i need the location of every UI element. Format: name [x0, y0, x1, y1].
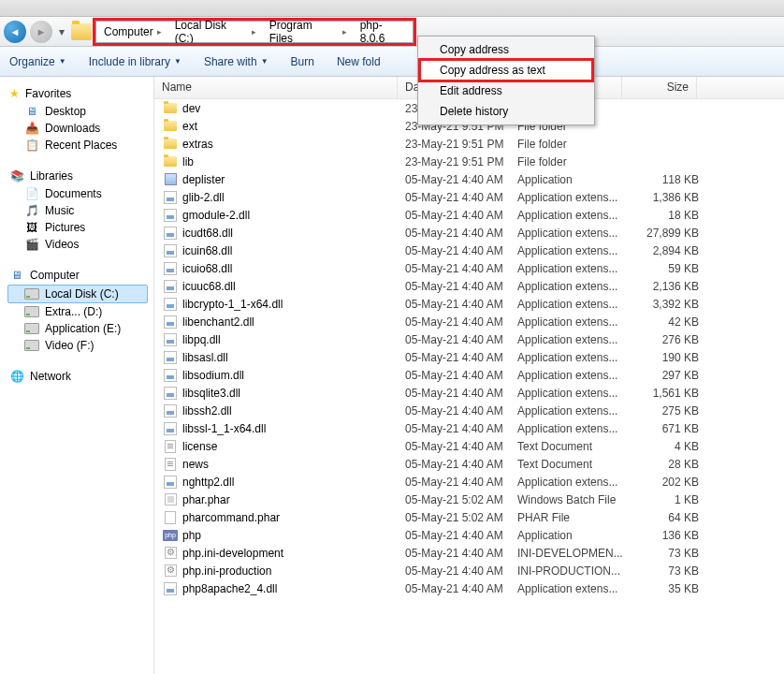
dll-icon: [162, 261, 179, 276]
file-type: Application extens...: [517, 351, 630, 364]
sidebar-item-drive-e[interactable]: Application (E:): [7, 320, 153, 337]
file-size: 1,561 KB: [630, 387, 704, 400]
file-name: glib-2.dll: [182, 191, 405, 204]
file-date: 05-May-21 5:02 AM: [405, 511, 517, 524]
file-name: pharcommand.phar: [182, 511, 405, 524]
back-button[interactable]: ◄: [4, 21, 26, 43]
breadcrumb-item[interactable]: Computer▸: [96, 22, 167, 42]
menu-copy-address-text[interactable]: Copy address as text: [421, 60, 591, 81]
window-titlebar: [0, 0, 784, 17]
file-row[interactable]: libcrypto-1_1-x64.dll05-May-21 4:40 AMAp…: [154, 295, 784, 313]
burn-button[interactable]: Burn: [291, 55, 314, 68]
file-size: 4 KB: [630, 440, 704, 453]
file-row[interactable]: phar.phar05-May-21 5:02 AMWindows Batch …: [154, 491, 784, 508]
share-button[interactable]: Share with ▼: [204, 55, 269, 68]
history-dropdown[interactable]: ▾: [56, 25, 67, 38]
file-row[interactable]: lib23-May-21 9:51 PMFile folder: [154, 153, 784, 170]
folder-icon: [162, 119, 179, 134]
organize-button[interactable]: Organize ▼: [9, 55, 66, 68]
file-row[interactable]: glib-2.dll05-May-21 4:40 AMApplication e…: [154, 188, 784, 206]
file-name: libenchant2.dll: [182, 315, 405, 329]
file-row[interactable]: extras23-May-21 9:51 PMFile folder: [154, 135, 784, 153]
sidebar-item-drive-f[interactable]: Video (F:): [7, 337, 153, 354]
navigation-pane: ★Favorites 🖥Desktop 📥Downloads 📋Recent P…: [0, 77, 154, 674]
file-date: 05-May-21 4:40 AM: [405, 191, 517, 204]
file-row[interactable]: libenchant2.dll05-May-21 4:40 AMApplicat…: [154, 313, 784, 330]
computer-group[interactable]: 🖥Computer: [7, 266, 153, 285]
col-name[interactable]: Name: [154, 77, 398, 98]
file-row[interactable]: icuin68.dll05-May-21 4:40 AMApplication …: [154, 242, 784, 259]
file-size: 64 KB: [630, 511, 704, 524]
file-row[interactable]: license05-May-21 4:40 AMText Document4 K…: [154, 437, 784, 455]
breadcrumb-item[interactable]: Local Disk (C:)▸: [167, 22, 262, 42]
file-size: 27,899 KB: [630, 227, 704, 240]
file-name: icudt68.dll: [182, 227, 405, 240]
file-date: 05-May-21 4:40 AM: [405, 262, 517, 275]
file-row[interactable]: libssh2.dll05-May-21 4:40 AMApplication …: [154, 402, 784, 419]
sidebar-item-videos[interactable]: 🎬Videos: [7, 236, 153, 253]
forward-button[interactable]: ►: [30, 21, 52, 43]
file-row[interactable]: icuio68.dll05-May-21 4:40 AMApplication …: [154, 259, 784, 277]
file-type: Application extens...: [517, 262, 630, 275]
file-row[interactable]: deplister05-May-21 4:40 AMApplication118…: [154, 170, 784, 188]
sidebar-item-drive-d[interactable]: Extra... (D:): [7, 303, 153, 320]
col-size[interactable]: Size: [622, 77, 697, 98]
file-size: 1,386 KB: [630, 191, 704, 204]
file-row[interactable]: icudt68.dll05-May-21 4:40 AMApplication …: [154, 224, 784, 242]
file-type: Application extens...: [517, 333, 630, 346]
new-folder-button[interactable]: New fold: [337, 55, 381, 68]
file-row[interactable]: pharcommand.phar05-May-21 5:02 AMPHAR Fi…: [154, 508, 784, 526]
file-row[interactable]: libsasl.dll05-May-21 4:40 AMApplication …: [154, 348, 784, 366]
file-size: 671 KB: [630, 422, 704, 435]
sidebar-item-music[interactable]: 🎵Music: [7, 202, 153, 219]
file-row[interactable]: libsodium.dll05-May-21 4:40 AMApplicatio…: [154, 366, 784, 384]
sidebar-item-recent[interactable]: 📋Recent Places: [7, 137, 153, 154]
file-row[interactable]: libpq.dll05-May-21 4:40 AMApplication ex…: [154, 330, 784, 348]
file-type: Application extens...: [517, 209, 630, 222]
file-name: libcrypto-1_1-x64.dll: [182, 298, 405, 311]
file-row[interactable]: php.ini-development05-May-21 4:40 AMINI-…: [154, 544, 784, 562]
command-toolbar: Organize ▼ Include in library ▼ Share wi…: [0, 47, 784, 77]
menu-copy-address[interactable]: Copy address: [421, 39, 591, 60]
file-row[interactable]: php.ini-production05-May-21 4:40 AMINI-P…: [154, 562, 784, 579]
file-size: 276 KB: [630, 333, 704, 346]
file-date: 05-May-21 4:40 AM: [405, 564, 517, 578]
file-row[interactable]: php8apache2_4.dll05-May-21 4:40 AMApplic…: [154, 579, 784, 597]
file-row[interactable]: libsqlite3.dll05-May-21 4:40 AMApplicati…: [154, 384, 784, 402]
breadcrumb-item[interactable]: Program Files▸: [262, 22, 353, 42]
include-library-button[interactable]: Include in library ▼: [89, 55, 181, 68]
dll-icon: [162, 297, 179, 312]
txt-icon: [162, 457, 179, 472]
address-bar[interactable]: Computer▸ Local Disk (C:)▸ Program Files…: [95, 21, 414, 43]
file-date: 23-May-21 9:51 PM: [405, 155, 517, 168]
bat-icon: [162, 492, 179, 507]
breadcrumb-item[interactable]: php-8.0.6: [353, 22, 413, 42]
dll-icon: [162, 368, 179, 383]
folder-icon: [71, 23, 92, 40]
sidebar-item-pictures[interactable]: 🖼Pictures: [7, 219, 153, 236]
file-name: gmodule-2.dll: [182, 209, 405, 222]
dll-icon: [162, 350, 179, 365]
menu-edit-address[interactable]: Edit address: [421, 81, 591, 101]
file-name: phar.phar: [182, 493, 405, 506]
file-row[interactable]: news05-May-21 4:40 AMText Document28 KB: [154, 455, 784, 473]
file-row[interactable]: phpphp05-May-21 4:40 AMApplication136 KB: [154, 526, 784, 544]
file-size: 2,894 KB: [630, 244, 704, 257]
sidebar-item-local-disk-c[interactable]: Local Disk (C:): [7, 285, 148, 303]
menu-delete-history[interactable]: Delete history: [421, 101, 591, 122]
app-icon: [162, 172, 179, 187]
libraries-group[interactable]: 📚Libraries: [7, 167, 153, 185]
sidebar-item-desktop[interactable]: 🖥Desktop: [7, 103, 153, 120]
file-name: nghttp2.dll: [182, 476, 405, 489]
favorites-group[interactable]: ★Favorites: [7, 84, 153, 103]
file-list[interactable]: Name Date modified Type Size dev23-May-2…: [154, 77, 784, 674]
file-row[interactable]: icuuc68.dll05-May-21 4:40 AMApplication …: [154, 277, 784, 295]
file-row[interactable]: libssl-1_1-x64.dll05-May-21 4:40 AMAppli…: [154, 419, 784, 437]
sidebar-item-documents[interactable]: 📄Documents: [7, 185, 153, 202]
file-row[interactable]: gmodule-2.dll05-May-21 4:40 AMApplicatio…: [154, 206, 784, 224]
file-row[interactable]: nghttp2.dll05-May-21 4:40 AMApplication …: [154, 473, 784, 491]
file-name: icuio68.dll: [182, 262, 405, 275]
network-group[interactable]: 🌐Network: [7, 367, 153, 386]
sidebar-item-downloads[interactable]: 📥Downloads: [7, 120, 153, 137]
phar-icon: [162, 510, 179, 525]
